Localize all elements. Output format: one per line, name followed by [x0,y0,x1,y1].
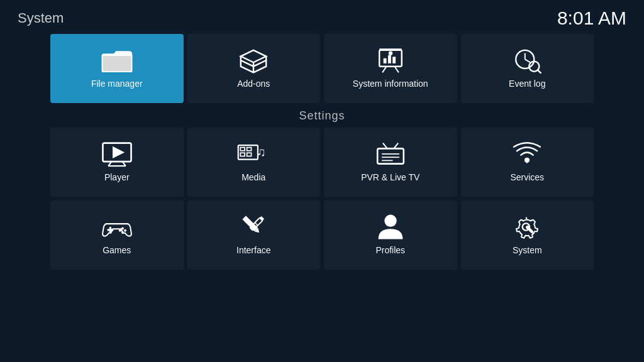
page-title: System [18,10,64,26]
svg-point-40 [121,227,124,229]
eventlog-icon [511,47,543,74]
svg-line-9 [394,67,398,73]
svg-rect-39 [107,229,113,231]
services-icon [511,141,543,167]
add-ons-label: Add-ons [237,79,270,89]
svg-rect-28 [247,153,252,156]
system-icon [511,214,543,240]
tile-player[interactable]: Player [50,128,184,197]
media-label: Media [242,172,265,182]
tile-system[interactable]: System [461,200,594,270]
svg-line-8 [382,67,386,73]
svg-rect-26 [247,148,252,151]
tile-interface[interactable]: Interface [187,200,321,270]
event-log-label: Event log [509,79,545,89]
services-label: Services [510,172,544,182]
svg-rect-30 [377,148,404,163]
svg-point-50 [384,215,396,227]
profiles-icon [374,214,407,240]
tile-services[interactable]: Services [461,128,594,197]
player-icon [101,141,133,167]
settings-row-2: Games Interface [0,200,644,270]
media-icon: ♫ [237,141,270,167]
file-manager-label: File manager [91,79,143,89]
settings-label: Settings [0,109,644,123]
svg-point-13 [389,51,392,55]
svg-line-18 [538,70,541,73]
svg-marker-23 [113,146,125,158]
svg-rect-10 [383,58,386,63]
games-icon [101,214,133,240]
svg-point-42 [121,231,124,234]
games-label: Games [103,245,131,255]
svg-rect-11 [388,55,391,63]
header: System 8:01 AM [0,0,644,34]
tile-event-log[interactable]: Event log [461,34,594,103]
svg-rect-12 [392,57,396,63]
svg-text:♫: ♫ [257,145,265,158]
tile-media[interactable]: ♫ Media [187,128,321,197]
svg-point-41 [124,229,126,232]
svg-point-43 [119,229,121,232]
tile-add-ons[interactable]: Add-ons [187,34,321,103]
tile-games[interactable]: Games [50,200,184,270]
player-label: Player [104,172,130,182]
svg-line-32 [394,143,398,149]
clock: 8:01 AM [557,8,626,29]
folder-icon [101,47,133,74]
system-information-label: System information [353,79,428,89]
addons-icon [237,47,270,74]
tile-system-information[interactable]: System information [324,34,457,103]
pvr-live-tv-label: PVR & Live TV [361,172,419,182]
svg-line-16 [525,59,530,62]
interface-icon [237,214,270,240]
system-label: System [513,245,542,255]
svg-line-49 [255,222,258,226]
svg-rect-25 [240,148,245,151]
sysinfo-icon [374,47,407,74]
svg-line-31 [383,143,387,149]
svg-rect-2 [103,56,131,71]
tile-profiles[interactable]: Profiles [324,200,457,270]
interface-label: Interface [236,245,270,255]
tile-file-manager[interactable]: File manager [50,34,184,103]
top-row: File manager Add-ons [0,34,644,103]
svg-rect-27 [240,153,245,156]
pvr-icon [374,141,407,167]
svg-marker-3 [241,50,266,62]
svg-rect-48 [259,216,264,221]
settings-row-1: Player ♫ Media [0,128,644,197]
profiles-label: Profiles [375,245,405,255]
tile-pvr-live-tv[interactable]: PVR & Live TV [324,128,457,197]
